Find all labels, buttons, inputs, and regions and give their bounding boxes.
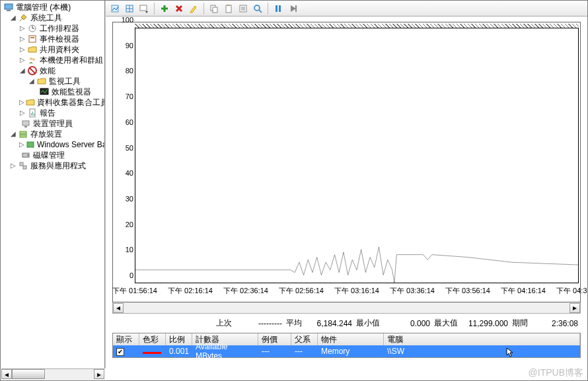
svg-point-31 xyxy=(254,5,260,11)
view-type-button[interactable] xyxy=(123,2,136,15)
col-show[interactable]: 顯示 xyxy=(113,333,139,345)
paste-button[interactable] xyxy=(222,2,235,15)
tree-services[interactable]: ▷服務與應用程式 xyxy=(1,160,104,171)
tree-label: 報告 xyxy=(39,108,55,118)
performance-chart[interactable]: 0102030405060708090100 下午 01:56:14下午 02:… xyxy=(112,22,581,302)
svg-rect-11 xyxy=(31,113,32,116)
tree-label: 效能 xyxy=(39,65,55,76)
collapse-icon[interactable]: ▷ xyxy=(19,139,24,150)
tree-storage[interactable]: ◢存放裝置 xyxy=(1,129,104,139)
toolbar xyxy=(106,1,587,17)
tree-device-manager[interactable]: 裝置管理員 xyxy=(1,118,104,129)
collapse-icon[interactable]: ▷ xyxy=(19,55,26,65)
col-computer[interactable]: 電腦 xyxy=(384,333,580,345)
monitor-icon xyxy=(39,87,50,97)
col-object[interactable]: 物件 xyxy=(318,333,384,345)
scroll-track[interactable] xyxy=(12,369,94,379)
properties-button[interactable] xyxy=(237,2,250,15)
tree-event-viewer[interactable]: ▷事件檢視器 xyxy=(1,34,104,44)
main-panel: 0102030405060708090100 下午 01:56:14下午 02:… xyxy=(105,1,587,368)
col-instance[interactable]: 例價 xyxy=(258,333,291,345)
stat-max-label: 最大值 xyxy=(434,318,458,329)
stat-last-value: --------- xyxy=(236,319,282,328)
tree-perf-monitor[interactable]: 效能監視器 xyxy=(1,87,104,97)
col-scale[interactable]: 比例 xyxy=(166,333,192,345)
stat-avg-value: 6,184.244 xyxy=(306,319,352,328)
delete-counter-button[interactable] xyxy=(172,2,186,15)
tree-label: 電腦管理 (本機) xyxy=(15,2,71,13)
tree-wsb[interactable]: ▷Windows Server Backu.. xyxy=(1,139,104,150)
collapse-icon[interactable]: ▷ xyxy=(19,97,24,108)
collapse-icon[interactable]: ▷ xyxy=(19,34,26,44)
tree-data-collector[interactable]: ▷資料收集器集合工員 xyxy=(1,97,104,108)
cell-object: Memory xyxy=(318,347,384,356)
computer-icon xyxy=(3,2,14,13)
tree-performance[interactable]: ◢效能 xyxy=(1,65,104,76)
svg-rect-16 xyxy=(20,131,26,134)
svg-rect-29 xyxy=(227,5,230,6)
stat-min-label: 最小值 xyxy=(356,318,380,329)
scroll-left-button[interactable]: ◂ xyxy=(113,303,124,313)
collapse-icon[interactable]: ▷ xyxy=(10,160,17,171)
highlight-button[interactable] xyxy=(187,2,200,15)
stat-last-label: 上次 xyxy=(216,318,232,329)
svg-rect-21 xyxy=(20,162,23,166)
tree-label: 工作排程器 xyxy=(39,23,79,34)
cell-parent: --- xyxy=(291,347,318,356)
view-current-button[interactable] xyxy=(108,2,122,15)
copy-button[interactable] xyxy=(207,2,221,15)
svg-rect-3 xyxy=(29,36,36,42)
col-parent[interactable]: 父系 xyxy=(291,333,318,345)
event-icon xyxy=(27,34,38,44)
update-button[interactable] xyxy=(286,2,299,15)
collapse-icon[interactable]: ▷ xyxy=(19,44,26,55)
svg-rect-18 xyxy=(27,142,34,147)
zoom-button[interactable] xyxy=(251,2,264,15)
cell-counter: Available MBytes xyxy=(192,342,258,361)
separator xyxy=(203,3,204,15)
plot-area[interactable] xyxy=(135,28,579,283)
tree-system-tools[interactable]: ◢系统工具 xyxy=(1,13,104,23)
scroll-right-button[interactable]: ▸ xyxy=(570,303,580,313)
tree-root[interactable]: 電腦管理 (本機) xyxy=(1,2,104,13)
chart-scrollbar[interactable]: ◂ ▸ xyxy=(112,302,581,314)
storage-icon xyxy=(18,129,28,139)
row-checkbox[interactable]: ✔ xyxy=(116,348,124,356)
scroll-left-button[interactable]: ◂ xyxy=(1,369,12,379)
watermark: @ITPUB博客 xyxy=(529,367,583,379)
backup-icon xyxy=(26,139,35,150)
add-counter-button[interactable] xyxy=(158,2,171,15)
dropdown-button[interactable] xyxy=(137,2,151,15)
tree-label: 服務與應用程式 xyxy=(30,160,86,171)
collapse-icon[interactable]: ▷ xyxy=(19,23,26,34)
tree-monitoring-tools[interactable]: ◢監視工具 xyxy=(1,76,104,87)
performance-icon xyxy=(27,65,38,76)
tree-shared-folders[interactable]: ▷共用資料夾 xyxy=(1,44,104,55)
svg-rect-25 xyxy=(140,5,147,11)
svg-point-5 xyxy=(30,57,32,60)
col-color[interactable]: 色彩 xyxy=(139,333,166,345)
cell-computer: \\SW xyxy=(387,347,404,356)
freeze-button[interactable] xyxy=(272,2,285,15)
clock-icon xyxy=(27,23,38,34)
tree-scrollbar[interactable]: ◂ ▸ xyxy=(1,368,104,380)
expand-icon[interactable]: ◢ xyxy=(10,13,17,23)
svg-rect-14 xyxy=(22,121,29,125)
counter-row[interactable]: ✔ 0.001 Available MBytes --- --- Memory … xyxy=(113,345,580,357)
folder-icon xyxy=(36,76,47,87)
disk-icon xyxy=(20,150,31,160)
scroll-right-button[interactable]: ▸ xyxy=(94,369,104,379)
tree-task-scheduler[interactable]: ▷工作排程器 xyxy=(1,23,104,34)
expand-icon[interactable]: ◢ xyxy=(28,76,35,87)
tree-reports[interactable]: ▷報告 xyxy=(1,108,104,118)
expand-icon[interactable]: ◢ xyxy=(19,65,26,76)
color-swatch xyxy=(143,352,161,354)
collapse-icon[interactable]: ▷ xyxy=(19,108,26,118)
tree-disk-mgmt[interactable]: 磁碟管理 xyxy=(1,150,104,160)
tree-label: 資料收集器集合工員 xyxy=(36,97,105,108)
counter-grid: 顯示 色彩 比例 計數器 例價 父系 物件 電腦 ✔ 0.001 Availab… xyxy=(112,333,581,358)
expand-icon[interactable]: ◢ xyxy=(10,129,17,139)
stats-row: 上次 --------- 平均 6,184.244 最小值 0.000 最大值 … xyxy=(112,314,581,333)
scroll-track[interactable] xyxy=(124,303,570,313)
tree-local-users[interactable]: ▷本機使用者和群組 xyxy=(1,55,104,65)
